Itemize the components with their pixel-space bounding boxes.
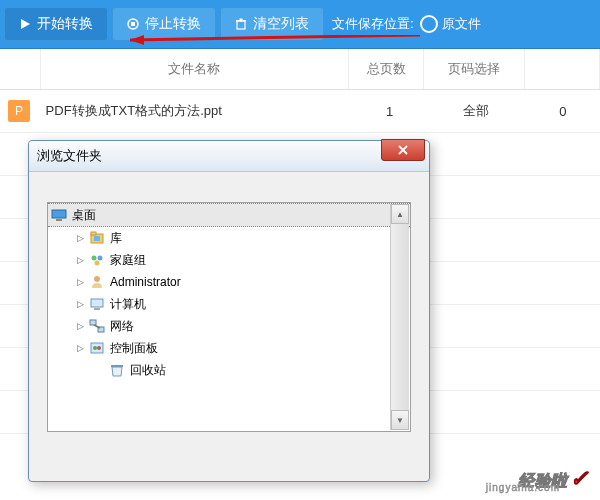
table-row[interactable]: P PDF转换成TXT格式的方法.ppt 1 全部 0	[0, 90, 600, 133]
watermark-url: jingyanla.com	[486, 482, 560, 493]
desktop-icon	[50, 207, 68, 223]
scroll-down-button[interactable]: ▼	[391, 410, 409, 430]
dialog-titlebar: 浏览文件夹	[29, 141, 429, 172]
toolbar: 开始转换 停止转换 清空列表 文件保存位置: 原文件	[0, 0, 600, 49]
svg-rect-4	[236, 20, 246, 22]
tree-item-computer[interactable]: ▷计算机	[48, 293, 410, 315]
tree-item-label: 桌面	[72, 207, 96, 224]
browse-folder-dialog: 浏览文件夹 桌面▷库▷家庭组▷Administrator▷计算机▷网络▷控制面板…	[28, 140, 430, 482]
close-icon	[398, 145, 408, 155]
dialog-close-button[interactable]	[381, 139, 425, 161]
svg-point-15	[92, 256, 97, 261]
ppt-file-icon: P	[8, 100, 30, 122]
svg-marker-0	[21, 19, 30, 29]
svg-point-26	[97, 346, 101, 350]
row-pages: 1	[353, 104, 427, 119]
expand-arrow-icon[interactable]: ▷	[74, 298, 86, 310]
row-icon-cell: P	[0, 100, 40, 122]
tree-item-label: 控制面板	[110, 340, 158, 357]
expand-arrow-icon[interactable]: ▷	[74, 232, 86, 244]
tree-item-label: 家庭组	[110, 252, 146, 269]
tree-scrollbar[interactable]: ▲ ▼	[390, 204, 409, 430]
tree-item-label: 网络	[110, 318, 134, 335]
header-checkbox-col	[0, 49, 41, 89]
watermark-check-icon: ✓	[570, 466, 589, 491]
scroll-up-button[interactable]: ▲	[391, 204, 409, 224]
svg-point-17	[95, 261, 100, 266]
header-total-pages: 总页数	[349, 49, 424, 89]
clear-list-button[interactable]: 清空列表	[220, 7, 324, 41]
svg-rect-14	[94, 236, 100, 241]
folder-tree[interactable]: 桌面▷库▷家庭组▷Administrator▷计算机▷网络▷控制面板回收站 ▲ …	[47, 202, 411, 432]
svg-point-25	[93, 346, 97, 350]
expand-arrow-icon[interactable]: ▷	[74, 254, 86, 266]
svg-rect-10	[52, 210, 66, 218]
tree-item-control[interactable]: ▷控制面板	[48, 337, 410, 359]
tree-item-library[interactable]: ▷库	[48, 227, 410, 249]
library-icon	[88, 230, 106, 246]
clear-list-label: 清空列表	[253, 15, 309, 33]
homegroup-icon	[88, 252, 106, 268]
tree-item-desktop[interactable]: 桌面	[48, 203, 410, 227]
stop-convert-label: 停止转换	[145, 15, 201, 33]
stop-icon	[127, 18, 139, 30]
row-select: 全部	[427, 102, 526, 120]
expand-arrow-icon[interactable]	[94, 364, 106, 376]
tree-item-network[interactable]: ▷网络	[48, 315, 410, 337]
tree-item-label: 回收站	[130, 362, 166, 379]
tree-item-user[interactable]: ▷Administrator	[48, 271, 410, 293]
watermark-text: 经验啦	[518, 472, 568, 489]
svg-point-16	[98, 256, 103, 261]
trash-icon	[235, 18, 247, 30]
svg-rect-19	[91, 299, 103, 307]
svg-rect-13	[91, 232, 96, 235]
header-page-select: 页码选择	[424, 49, 524, 89]
header-filename: 文件名称	[41, 49, 349, 89]
watermark: 经验啦✓ jingyanla.com	[518, 466, 588, 492]
svg-rect-21	[90, 320, 96, 325]
scroll-track[interactable]	[391, 224, 409, 410]
tree-item-label: Administrator	[110, 275, 181, 289]
recycle-icon	[108, 362, 126, 378]
tree-item-homegroup[interactable]: ▷家庭组	[48, 249, 410, 271]
control-icon	[88, 340, 106, 356]
svg-point-18	[94, 276, 100, 282]
start-convert-button[interactable]: 开始转换	[4, 7, 108, 41]
save-orig-label: 原文件	[442, 15, 481, 33]
svg-rect-20	[94, 308, 100, 310]
tree-item-recycle[interactable]: 回收站	[48, 359, 410, 381]
start-convert-label: 开始转换	[37, 15, 93, 33]
table-header: 文件名称 总页数 页码选择	[0, 49, 600, 90]
expand-arrow-icon[interactable]: ▷	[74, 276, 86, 288]
radio-icon	[420, 15, 438, 33]
tree-item-label: 库	[110, 230, 122, 247]
svg-rect-5	[240, 19, 243, 21]
dialog-title-text: 浏览文件夹	[37, 147, 102, 165]
computer-icon	[88, 296, 106, 312]
expand-arrow-icon[interactable]: ▷	[74, 320, 86, 332]
save-orig-option[interactable]: 原文件	[420, 15, 481, 33]
dialog-body: 桌面▷库▷家庭组▷Administrator▷计算机▷网络▷控制面板回收站 ▲ …	[29, 172, 429, 442]
user-icon	[88, 274, 106, 290]
row-filename: PDF转换成TXT格式的方法.ppt	[40, 102, 353, 120]
play-icon	[19, 18, 31, 30]
network-icon	[88, 318, 106, 334]
svg-rect-27	[111, 365, 123, 367]
stop-convert-button[interactable]: 停止转换	[112, 7, 216, 41]
header-last	[525, 49, 600, 89]
svg-rect-3	[237, 21, 245, 29]
tree-item-label: 计算机	[110, 296, 146, 313]
save-location-label: 文件保存位置:	[332, 15, 414, 33]
svg-rect-2	[131, 22, 135, 26]
row-last: 0	[526, 104, 600, 119]
svg-rect-11	[56, 219, 62, 221]
expand-arrow-icon[interactable]: ▷	[74, 342, 86, 354]
